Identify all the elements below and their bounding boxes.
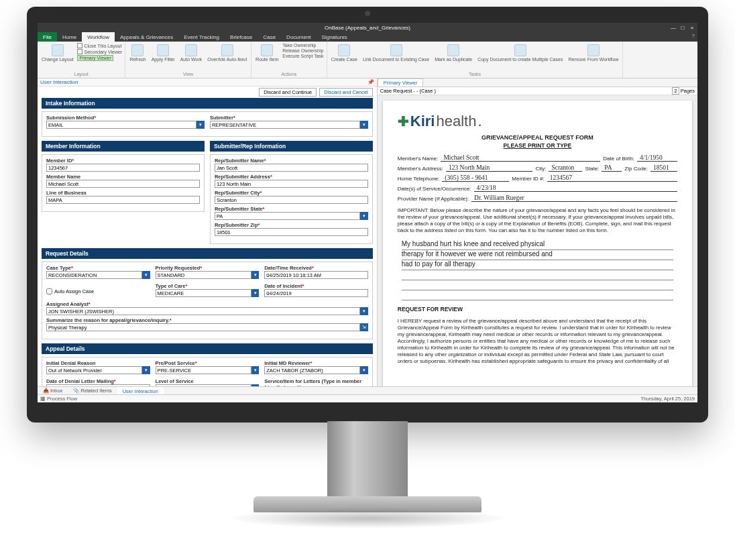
- create-case-button[interactable]: Create Case: [330, 43, 359, 63]
- request-header: Request Details: [42, 248, 373, 259]
- submitter-label: Submitter*: [210, 115, 368, 121]
- intake-header: Intake Information: [42, 98, 373, 109]
- summary-field[interactable]: [46, 323, 360, 331]
- dropdown-icon[interactable]: ▾: [360, 307, 368, 315]
- submission-method-field[interactable]: [46, 121, 196, 129]
- titlebar: OnBase (Appeals_and_Grievances) — □ ×: [38, 23, 697, 32]
- doc-title: GRIEVANCE/APPEAL REQUEST FORM: [398, 134, 677, 141]
- priority-field[interactable]: [156, 271, 251, 279]
- auto-assign-checkbox[interactable]: [46, 288, 52, 294]
- doc-subtitle: PLEASE PRINT OR TYPE: [398, 142, 677, 149]
- important-text: IMPORTANT: Below please describe the nat…: [398, 207, 677, 235]
- secondary-viewer-button[interactable]: Secondary Viewer: [77, 49, 122, 54]
- rep-state-field[interactable]: [215, 212, 360, 220]
- release-ownership-button[interactable]: Release Ownership: [282, 48, 323, 53]
- grievance-handwriting: My husband hurt his knee and received ph…: [398, 240, 677, 300]
- tab-user-interaction[interactable]: User Interaction: [117, 387, 164, 394]
- refresh-button[interactable]: Refresh: [128, 43, 148, 63]
- auto-work-button[interactable]: Auto Work: [179, 43, 204, 63]
- link-document-button[interactable]: Link Document to Existing Case: [361, 43, 431, 63]
- copy-document-button[interactable]: Copy Document to create Multiple Cases: [476, 43, 564, 63]
- maximize-icon[interactable]: □: [680, 25, 685, 30]
- type-care-field[interactable]: [156, 289, 251, 297]
- dropdown-icon[interactable]: ▾: [142, 366, 150, 374]
- menu-workflow[interactable]: Workflow: [82, 32, 115, 42]
- panel-pin-icon[interactable]: 📌: [368, 79, 374, 85]
- remove-workflow-button[interactable]: Remove From Workflow: [567, 43, 620, 63]
- dropdown-icon[interactable]: ▾: [251, 384, 259, 386]
- member-name-field[interactable]: [46, 180, 200, 188]
- help-icon[interactable]: ?: [692, 33, 695, 39]
- tab-related-items[interactable]: 📎 Related Items: [68, 387, 117, 394]
- close-icon[interactable]: ×: [689, 25, 695, 30]
- document-page: ✚Kirihealth. GRIEVANCE/APPEAL REQUEST FO…: [383, 101, 692, 386]
- dropdown-icon[interactable]: ▾: [196, 121, 205, 129]
- submitter-field[interactable]: [210, 121, 360, 129]
- dropdown-icon[interactable]: ▾: [251, 366, 259, 374]
- dropdown-icon[interactable]: ▾: [251, 289, 259, 297]
- case-type-field[interactable]: [46, 271, 142, 279]
- dropdown-icon[interactable]: ▾: [251, 271, 259, 279]
- primary-viewer-tab[interactable]: Primary Viewer: [378, 78, 424, 87]
- discard-cancel-button[interactable]: Discard and Cancel: [319, 88, 372, 97]
- primary-viewer-button[interactable]: Primary Viewer: [77, 55, 122, 61]
- expand-icon[interactable]: ⇲: [360, 323, 368, 331]
- route-item-button[interactable]: Route Item: [254, 43, 280, 63]
- rep-name-field[interactable]: [215, 164, 368, 172]
- status-date: Thursday, April 25, 2019: [640, 396, 695, 402]
- dropdown-icon[interactable]: ▾: [142, 271, 150, 279]
- los-field[interactable]: [156, 384, 251, 386]
- member-header: Member Information: [42, 141, 205, 152]
- dropdown-icon[interactable]: ▾: [360, 121, 368, 129]
- take-ownership-button[interactable]: Take Ownership: [282, 43, 323, 48]
- execute-script-button[interactable]: Execute Script Task: [282, 54, 323, 58]
- lob-field[interactable]: [46, 196, 200, 204]
- appeal-header: Appeal Details: [42, 343, 373, 354]
- submission-method-label: Submission Method*: [46, 115, 205, 121]
- menu-event-tracking[interactable]: Event Tracking: [178, 32, 225, 42]
- tab-inbox[interactable]: 📥 Inbox: [38, 387, 68, 394]
- menu-file[interactable]: File: [38, 32, 57, 42]
- change-layout-button[interactable]: Change Layout: [40, 43, 74, 63]
- case-request-label: Case Request - - (Case ): [380, 88, 436, 94]
- rfr-header: REQUEST FOR REVIEW: [398, 306, 677, 313]
- rfr-body: I HEREBY request a review of the grievan…: [398, 318, 677, 366]
- mark-duplicate-button[interactable]: Mark as Duplicate: [433, 43, 473, 63]
- menu-document[interactable]: Document: [281, 32, 316, 42]
- menu-briefcase[interactable]: Briefcase: [225, 32, 258, 42]
- analyst-field[interactable]: [46, 307, 360, 315]
- minimize-icon[interactable]: —: [671, 25, 676, 30]
- menu-appeals[interactable]: Appeals & Grievances: [115, 32, 178, 42]
- panel-title: User Interaction: [40, 79, 78, 85]
- dropdown-icon[interactable]: ▾: [360, 366, 368, 374]
- menu-case[interactable]: Case: [258, 32, 281, 42]
- ribbon: Change Layout Close This Layout Secondar…: [38, 42, 697, 78]
- menu-signatures[interactable]: Signatures: [317, 32, 353, 42]
- menubar: File Home Workflow Appeals & Grievances …: [38, 32, 697, 42]
- process-flow-button[interactable]: ▦ Process Flow: [40, 396, 77, 402]
- dropdown-icon[interactable]: ▾: [360, 212, 368, 220]
- incident-date-field[interactable]: [264, 289, 368, 297]
- window-title: OnBase (Appeals_and_Grievances): [325, 25, 410, 31]
- menu-home[interactable]: Home: [57, 32, 82, 42]
- datetime-received-field[interactable]: [264, 271, 368, 279]
- rep-city-field[interactable]: [215, 196, 368, 204]
- md-reviewer-field[interactable]: [264, 366, 360, 374]
- page-number: 2: [672, 87, 679, 95]
- member-id-field[interactable]: [46, 164, 200, 172]
- override-autofeed-button[interactable]: Override Auto-feed: [206, 43, 248, 63]
- submitter-header: Submitter/Rep Information: [210, 141, 373, 152]
- rep-zip-field[interactable]: [215, 228, 368, 236]
- rep-addr-field[interactable]: [215, 180, 368, 188]
- prepost-field[interactable]: [156, 366, 251, 374]
- discard-continue-button[interactable]: Discard and Continue: [259, 88, 317, 97]
- kirihealth-logo: ✚Kirihealth.: [398, 113, 677, 130]
- denial-date-field[interactable]: [46, 384, 150, 386]
- apply-filter-button[interactable]: Apply Filter: [150, 43, 176, 63]
- denial-reason-field[interactable]: [46, 366, 142, 374]
- close-layout-button[interactable]: Close This Layout: [77, 43, 122, 48]
